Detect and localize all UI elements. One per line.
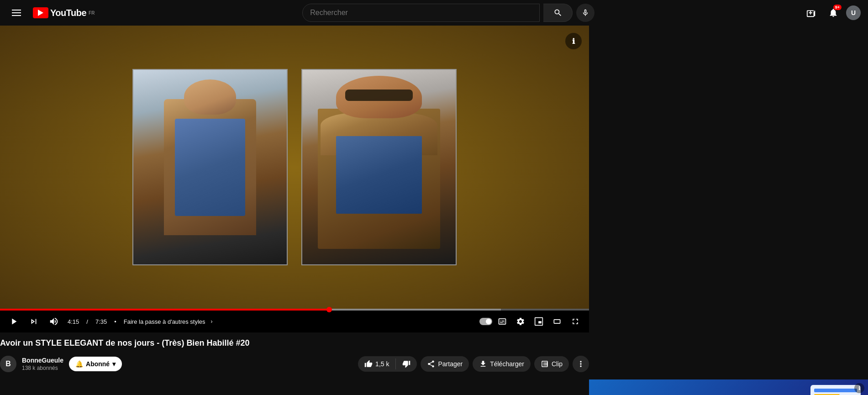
hamburger-icon — [8, 6, 25, 20]
add-video-icon — [806, 8, 816, 18]
progress-fill — [0, 309, 330, 311]
youtube-logo-lang: FR — [89, 11, 95, 16]
clip-icon — [541, 360, 549, 368]
share-icon — [427, 360, 435, 368]
user-avatar-button[interactable]: U — [846, 5, 861, 20]
search-button[interactable] — [543, 4, 573, 22]
progress-bar[interactable] — [0, 309, 589, 311]
voice-search-button[interactable] — [576, 4, 594, 22]
topnav-center — [102, 4, 795, 22]
ad-info-button[interactable]: ℹ — [854, 383, 864, 393]
video-title-row: Avoir un STYLE ELEGANT de nos jours - (T… — [0, 338, 589, 352]
skip-next-icon — [29, 316, 39, 327]
clip-button[interactable]: Clip — [534, 356, 569, 372]
fullscreen-icon — [571, 317, 580, 326]
video-player[interactable]: ℹ — [0, 26, 589, 309]
play-button[interactable] — [5, 313, 22, 330]
video-title: Avoir un STYLE ELEGANT de nos jours - (T… — [0, 338, 249, 348]
topnav-right: 9+ U — [802, 4, 861, 22]
create-video-button[interactable] — [802, 4, 821, 22]
settings-button[interactable] — [512, 313, 529, 330]
download-icon — [479, 360, 487, 368]
notification-badge: 9+ — [833, 5, 842, 10]
ad-banner[interactable]: Create Your Own Website ℹ — [589, 379, 868, 395]
action-buttons: 1,5 k Partager — [358, 356, 589, 372]
subscribe-button[interactable]: 🔔 Abonné ▾ — [69, 357, 122, 371]
main-layout: ℹ — [0, 26, 868, 376]
more-icon — [576, 359, 585, 369]
ad-preview — [810, 385, 861, 395]
topnav: YouTubeFR 9+ U — [0, 0, 868, 26]
download-label: Télécharger — [490, 360, 524, 368]
search-icon — [553, 8, 563, 17]
like-button[interactable]: 1,5 k — [358, 356, 395, 372]
subscribe-label: Abonné — [86, 360, 110, 368]
right-panel: Create Your Own Website ℹ — [589, 26, 868, 395]
miniplayer-button[interactable] — [531, 313, 547, 330]
channel-avatar[interactable]: B — [0, 356, 16, 372]
video-frame — [0, 26, 589, 309]
youtube-logo[interactable]: YouTubeFR — [33, 7, 95, 18]
subscribe-bell-icon: 🔔 — [75, 360, 83, 368]
search-bar — [302, 4, 540, 22]
volume-icon — [49, 316, 59, 327]
thumbs-up-icon — [364, 360, 373, 368]
clip-label: Clip — [552, 360, 563, 368]
time-separator: / — [86, 318, 88, 325]
share-label: Partager — [438, 360, 463, 368]
search-input[interactable] — [303, 9, 539, 17]
video-photo-left — [132, 69, 288, 265]
share-button[interactable]: Partager — [421, 356, 469, 372]
autoplay-switch[interactable] — [479, 318, 492, 325]
fullscreen-button[interactable] — [567, 313, 584, 330]
channel-subscribers: 138 k abonnés — [22, 365, 63, 371]
dislike-button[interactable] — [396, 356, 417, 372]
channel-row: B BonneGueule 138 k abonnés 🔔 Abonné ▾ — [0, 356, 589, 372]
subtitles-icon — [498, 317, 507, 326]
like-dislike-group: 1,5 k — [358, 356, 417, 372]
volume-button[interactable] — [46, 313, 62, 330]
video-photo-right — [301, 69, 457, 265]
topnav-left: YouTubeFR — [7, 4, 95, 22]
controls-right — [479, 313, 584, 330]
autoplay-toggle[interactable] — [479, 318, 492, 325]
next-button[interactable] — [26, 313, 42, 330]
chapter-arrow-icon: › — [211, 318, 213, 325]
video-info-overlay: ℹ — [565, 33, 582, 49]
chapter-separator: • — [114, 318, 116, 325]
youtube-logo-icon — [33, 7, 48, 18]
hamburger-menu-button[interactable] — [7, 4, 26, 22]
video-info-button[interactable]: ℹ — [565, 33, 582, 49]
notifications-button[interactable]: 9+ — [824, 4, 842, 22]
subtitles-button[interactable] — [494, 313, 510, 330]
ad-preview-bar1 — [814, 389, 857, 392]
chapter-label[interactable]: Faire la passe à d'autres styles — [124, 318, 205, 325]
more-actions-button[interactable] — [573, 356, 589, 372]
time-total: 7:35 — [95, 318, 107, 325]
channel-name[interactable]: BonneGueule — [22, 357, 63, 364]
time-current: 4:15 — [68, 318, 79, 325]
channel-info: BonneGueule 138 k abonnés — [22, 357, 63, 371]
settings-icon — [516, 317, 525, 326]
miniplayer-icon — [534, 317, 543, 326]
like-count: 1,5 k — [375, 360, 389, 368]
youtube-logo-text: YouTube — [50, 8, 86, 18]
controls-row: 4:15 / 7:35 • Faire la passe à d'autres … — [0, 311, 589, 332]
theater-mode-button[interactable] — [549, 313, 565, 330]
microphone-icon — [581, 9, 589, 17]
theater-mode-icon — [552, 317, 562, 326]
download-button[interactable]: Télécharger — [473, 356, 531, 372]
controls-bar: 4:15 / 7:35 • Faire la passe à d'autres … — [0, 309, 589, 332]
play-icon — [9, 316, 19, 327]
video-info-section: Avoir un STYLE ELEGANT de nos jours - (T… — [0, 332, 589, 376]
subscribe-chevron-icon: ▾ — [112, 360, 116, 368]
video-content — [0, 26, 589, 309]
thumbs-down-icon — [402, 360, 410, 368]
